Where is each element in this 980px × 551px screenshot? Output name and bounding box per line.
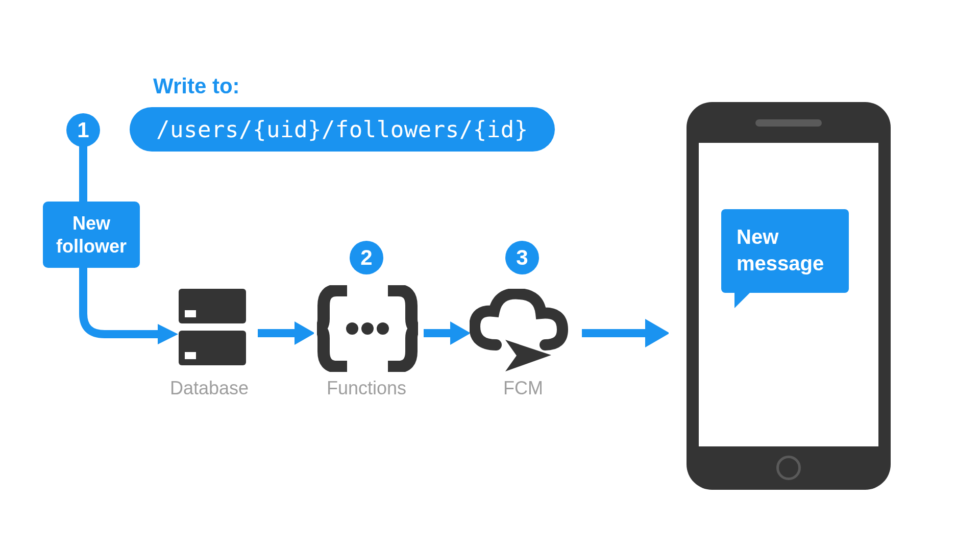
path-pill: /users/{uid}/followers/{id}: [130, 107, 555, 152]
notification-bubble: New message: [721, 209, 849, 293]
database-icon: [179, 289, 246, 365]
arrow-functions-to-fcm: [424, 321, 470, 345]
arrow-follower-to-database: [76, 258, 178, 344]
arrow-fcm-to-phone: [582, 319, 669, 347]
svg-marker-7: [295, 321, 314, 345]
database-label: Database: [158, 378, 260, 399]
svg-rect-11: [424, 329, 452, 337]
svg-rect-13: [582, 329, 647, 337]
connector-step1-to-box: [79, 145, 87, 204]
notification-text: New message: [737, 226, 824, 274]
svg-marker-12: [450, 321, 470, 345]
svg-rect-5: [185, 352, 196, 359]
new-follower-text: New follower: [56, 213, 127, 257]
phone-screen: New message: [699, 143, 878, 446]
svg-point-9: [361, 322, 374, 335]
svg-point-10: [377, 322, 389, 335]
diagram-canvas: Write to: /users/{uid}/followers/{id} 1 …: [0, 0, 980, 551]
fcm-label: FCM: [472, 378, 574, 399]
svg-marker-14: [645, 319, 669, 347]
svg-marker-1: [158, 324, 178, 344]
step-badge-1: 1: [66, 113, 100, 147]
write-to-label: Write to:: [153, 74, 240, 98]
functions-icon: [316, 285, 419, 372]
svg-point-8: [346, 322, 358, 335]
phone-home-button: [776, 456, 801, 480]
svg-rect-3: [185, 310, 196, 317]
phone-speaker: [755, 119, 822, 127]
functions-label: Functions: [315, 378, 418, 399]
svg-rect-2: [179, 289, 246, 323]
svg-rect-6: [258, 329, 296, 337]
phone-device: New message: [687, 102, 891, 490]
svg-rect-4: [179, 331, 246, 365]
fcm-icon: [470, 289, 572, 375]
svg-rect-0: [79, 145, 87, 204]
arrow-database-to-functions: [258, 321, 314, 345]
step-badge-2: 2: [350, 241, 383, 274]
step-badge-3: 3: [505, 241, 539, 274]
